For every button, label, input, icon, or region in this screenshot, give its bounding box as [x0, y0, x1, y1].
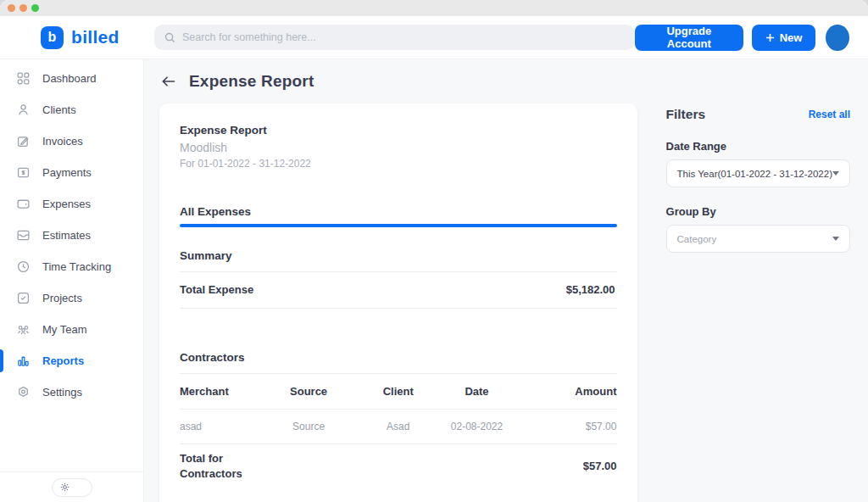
- sidebar-item-label: Invoices: [42, 135, 83, 148]
- search-bar[interactable]: [154, 25, 635, 50]
- group-by-select[interactable]: Category: [666, 225, 850, 253]
- plus-icon: [765, 33, 775, 42]
- chevron-down-icon: [832, 171, 839, 176]
- summary-total-value: $5,182.00: [566, 283, 615, 296]
- page-title: Expense Report: [189, 72, 314, 91]
- contractors-section: Contractors Merchant Source Client Date …: [180, 351, 617, 489]
- sidebar-item-label: Dashboard: [42, 72, 97, 85]
- filters-heading: Filters: [666, 107, 706, 122]
- column-header: Merchant: [180, 385, 263, 398]
- sidebar-item-settings[interactable]: Settings: [0, 376, 143, 408]
- table-header-row: Merchant Source Client Date Amount: [180, 374, 617, 410]
- contractors-heading: Contractors: [180, 351, 617, 374]
- dashboard-icon: [16, 71, 31, 86]
- column-header: Amount: [512, 385, 617, 398]
- sidebar-item-label: Settings: [42, 386, 82, 399]
- summary-total-label: Total Expense: [180, 283, 253, 296]
- chevron-down-icon: [832, 237, 839, 241]
- date-range-label: Date Range: [666, 140, 850, 153]
- sun-icon: [60, 482, 70, 492]
- window-close-button[interactable]: [8, 4, 15, 12]
- back-button[interactable]: [159, 74, 177, 89]
- sidebar-item-label: Projects: [42, 292, 82, 304]
- filters-panel: Filters Reset all Date Range This Year(0…: [666, 103, 850, 253]
- sidebar-item-my-team[interactable]: My Team: [0, 314, 143, 345]
- bar-chart-icon: [16, 354, 31, 368]
- sidebar-item-label: My Team: [42, 323, 87, 336]
- summary-heading: Summary: [180, 249, 617, 272]
- report-period: For 01-01-2022 - 31-12-2022: [180, 158, 617, 170]
- search-icon: [164, 32, 175, 43]
- brand-logo-icon: b: [41, 26, 64, 49]
- banknote-icon: [16, 165, 31, 180]
- date-range-select[interactable]: This Year(01-01-2022 - 31-12-2022): [666, 159, 850, 187]
- sidebar-item-label: Estimates: [42, 229, 91, 242]
- top-header: b billed Upgrade Account New: [0, 16, 868, 59]
- column-header: Date: [442, 385, 511, 398]
- brand-name: billed: [71, 27, 120, 47]
- contractors-total-label: Total for Contractors: [180, 451, 251, 481]
- main-content: Expense Report Expense Report Moodlish F…: [144, 59, 868, 502]
- clock-icon: [16, 259, 31, 274]
- sidebar-item-expenses[interactable]: Expenses: [0, 188, 143, 220]
- upgrade-account-button[interactable]: Upgrade Account: [635, 25, 743, 51]
- date-range-value: This Year(01-01-2022 - 31-12-2022): [677, 169, 832, 179]
- expense-report-card: Expense Report Moodlish For 01-01-2022 -…: [159, 103, 637, 502]
- column-header: Source: [263, 385, 354, 398]
- new-button[interactable]: New: [752, 25, 816, 51]
- summary-row: Total Expense $5,182.00: [180, 272, 617, 309]
- sidebar-item-dashboard[interactable]: Dashboard: [0, 63, 143, 94]
- cell-date: 02-08-2022: [442, 421, 511, 432]
- cell-amount: $57.00: [512, 421, 617, 432]
- wallet-icon: [16, 197, 31, 211]
- sidebar-item-projects[interactable]: Projects: [0, 282, 143, 314]
- report-company: Moodlish: [180, 141, 617, 154]
- inbox-icon: [16, 228, 31, 243]
- search-input[interactable]: [182, 31, 625, 43]
- cell-source: Source: [263, 421, 354, 432]
- sidebar-item-label: Time Tracking: [42, 260, 111, 273]
- sidebar-item-label: Clients: [42, 103, 76, 116]
- reset-all-link[interactable]: Reset all: [809, 109, 850, 120]
- check-square-icon: [16, 291, 31, 305]
- sidebar-item-invoices[interactable]: Invoices: [0, 126, 143, 157]
- report-title: Expense Report: [180, 124, 617, 137]
- contractors-total-row: Total for Contractors $57.00: [180, 444, 617, 489]
- table-row: asad Source Asad 02-08-2022 $57.00: [180, 410, 617, 444]
- brand-logo[interactable]: b billed: [41, 26, 153, 49]
- edit-document-icon: [16, 134, 31, 148]
- column-header: Client: [354, 385, 442, 398]
- user-avatar[interactable]: [826, 25, 849, 51]
- tab-all-expenses[interactable]: All Expenses: [180, 205, 617, 218]
- sidebar-footer: [0, 471, 143, 502]
- active-indicator: [0, 349, 3, 372]
- sidebar-item-label: Reports: [42, 354, 84, 367]
- sidebar-item-label: Expenses: [42, 198, 91, 210]
- cell-client: Asad: [354, 421, 442, 432]
- sidebar-item-reports[interactable]: Reports: [0, 345, 143, 376]
- app-window: b billed Upgrade Account New Dashb: [0, 0, 868, 502]
- group-by-value: Category: [677, 234, 717, 244]
- window-minimize-button[interactable]: [19, 4, 27, 12]
- group-by-label: Group By: [666, 205, 850, 218]
- contractors-total-value: $57.00: [583, 460, 617, 472]
- sidebar-item-clients[interactable]: Clients: [0, 94, 143, 126]
- team-icon: [16, 322, 31, 337]
- sidebar-item-time-tracking[interactable]: Time Tracking: [0, 251, 143, 282]
- back-arrow-icon: [161, 75, 175, 87]
- gear-icon: [16, 385, 31, 399]
- active-tab-underline: [180, 224, 617, 227]
- sidebar-item-estimates[interactable]: Estimates: [0, 220, 143, 251]
- window-zoom-button[interactable]: [31, 4, 39, 12]
- person-icon: [16, 103, 31, 117]
- window-titlebar: [0, 0, 868, 16]
- new-button-label: New: [780, 31, 803, 44]
- sidebar-item-label: Payments: [42, 166, 92, 179]
- summary-section: Summary Total Expense $5,182.00: [180, 249, 617, 309]
- theme-toggle[interactable]: [52, 478, 92, 497]
- sidebar-item-payments[interactable]: Payments: [0, 157, 143, 188]
- cell-merchant: asad: [180, 421, 263, 432]
- sidebar: Dashboard Clients Invoices Payments Expe…: [0, 59, 144, 502]
